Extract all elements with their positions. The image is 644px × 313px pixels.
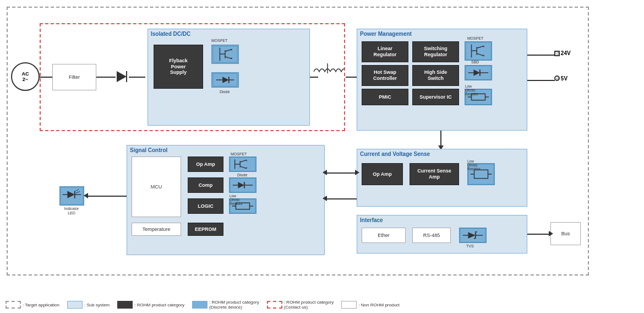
diode-label-dcdc: Diode	[220, 90, 230, 94]
signal-control-box: Signal Control MCU Temperature Op Amp Co…	[127, 145, 325, 255]
hot-swap-label: Hot SwapController	[373, 69, 397, 82]
arrow-head-left-sc2	[323, 196, 327, 201]
legend-symbol-rohm-contact	[267, 301, 282, 309]
legend-container: : Target application : Sub system : ROHM…	[6, 300, 400, 310]
flyback-label: FlybackPowerSupply	[169, 58, 188, 75]
arrow-pm-cvs-v	[440, 131, 441, 147]
ac-input: AC 2~	[11, 62, 40, 91]
filter-label: Filter	[69, 74, 80, 80]
interface-box: Interface Ether RS-485 TVS	[357, 215, 527, 253]
legend-item-non-rohm: : Non ROHM product	[341, 301, 400, 309]
interface-title: Interface	[357, 215, 527, 225]
legend-symbol-subsystem	[67, 301, 83, 309]
op-amp-cvs-label: Op Amp	[373, 171, 392, 177]
current-sense-block: Current SenseAmp	[410, 163, 459, 185]
high-side-block: High SideSwitch	[412, 65, 459, 86]
arrow-mcu-led-h	[85, 196, 127, 197]
sbd-icon-pm	[465, 65, 492, 80]
linear-regulator-block: LinearRegulator	[362, 41, 408, 62]
svg-marker-0	[117, 71, 127, 82]
arrow-head-left-led	[84, 193, 88, 198]
supervisor-ic-label: Supervisor IC	[419, 94, 452, 100]
logic-sc-block: LOGIC	[188, 198, 223, 214]
diagram-container: AC 2~ Filter Isolated DC/DC FlybackPower…	[0, 0, 644, 313]
flyback-block: FlybackPowerSupply	[154, 45, 203, 89]
mosfet-icon-sc	[229, 156, 256, 172]
legend-item-target: : Target application	[6, 301, 59, 309]
indicator-led-label: IndicatorLED	[55, 207, 88, 215]
transformer-symbol	[311, 58, 344, 74]
legend-label-subsystem: : Sub system	[84, 303, 110, 307]
current-sense-label: Current SenseAmp	[417, 168, 451, 180]
mosfet-label-pm: MOSFET	[467, 36, 483, 40]
eeprom-sc-block: EEPROM	[188, 223, 223, 236]
comp-sc-label: Comp	[199, 182, 213, 188]
arrow-head-right-cvs	[355, 170, 359, 175]
legend-label-rohm-dark: : ROHM product category	[134, 303, 184, 307]
arrow-dcdc-trans	[310, 77, 318, 78]
rs485-label: RS-485	[423, 233, 440, 238]
logic-sc-label: LOGIC	[198, 203, 214, 209]
switching-regulator-label: Switching Regulator	[413, 46, 459, 58]
output-24v-label: ○ 24V	[556, 50, 571, 56]
diode-icon-dcdc	[211, 72, 239, 88]
legend-item-rohm-med: : ROHM product category(Discrete device)	[192, 300, 259, 310]
arrow-pm-24v-h	[527, 55, 555, 56]
diode-symbol	[116, 70, 129, 83]
legend-item-rohm-dark: : ROHM product category	[117, 301, 184, 309]
arrow-iface-bus-h	[527, 234, 550, 235]
arrow-pm-5v-h	[527, 80, 555, 81]
arrow-trans-pm	[346, 77, 357, 78]
arrow-sc-iface-h	[325, 198, 357, 199]
legend-label-rohm-contact: : ROHM product category(Contact us)	[284, 300, 334, 310]
filter-block: Filter	[52, 64, 96, 90]
arrow-filter-diode	[96, 77, 116, 78]
linear-regulator-label: LinearRegulator	[373, 46, 396, 58]
mosfet-icon-pm	[465, 41, 492, 61]
arrow-head-left-sc	[323, 170, 327, 175]
mosfet-label-sc: MOSFET	[231, 152, 247, 156]
resistor-label-sc: LowOhmicResistor	[230, 194, 243, 206]
svg-rect-16	[466, 42, 491, 60]
temperature-block: Temperature	[132, 223, 181, 236]
mcu-block: MCU	[132, 156, 181, 217]
bus-label: Bus	[561, 231, 570, 236]
legend-symbol-non-rohm	[341, 301, 357, 309]
op-amp-cvs-block: Op Amp	[362, 163, 403, 185]
switching-regulator-block: Switching Regulator	[412, 41, 459, 62]
op-amp-sc-block: Op Amp	[188, 156, 223, 172]
op-amp-sc-label: Op Amp	[196, 161, 215, 168]
bus-block: Bus	[550, 222, 581, 245]
svg-line-57	[476, 231, 477, 232]
diode-label-sc: Diode	[237, 173, 247, 177]
diode-icon-sc	[229, 177, 256, 193]
cvs-box: Current and Voltage Sense Op Amp Current…	[357, 149, 527, 207]
mosfet-label-dcdc: MOSFET	[211, 39, 227, 42]
arrow-ac-filter	[40, 77, 52, 78]
tvs-icon	[459, 228, 487, 243]
ac-tilde: 2~	[23, 77, 28, 82]
output-5v-label: ○ 5V	[556, 75, 567, 82]
legend-symbol-rohm-dark	[117, 301, 133, 309]
isolated-dcdc-title: Isolated DC/DC	[148, 29, 309, 39]
isolated-dcdc-box: Isolated DC/DC FlybackPowerSupply MOSFET	[148, 29, 310, 126]
resistor-label-cvs: LowOhmicResistor	[467, 159, 481, 171]
power-management-title: Power Management	[357, 29, 527, 39]
ac-label: AC	[22, 71, 29, 77]
legend-symbol-target	[6, 301, 21, 309]
rs485-block: RS-485	[412, 228, 451, 243]
arrow-diode-flyback	[129, 77, 145, 78]
comp-sc-block: Comp	[188, 177, 223, 193]
power-management-box: Power Management LinearRegulator Switchi…	[357, 29, 527, 131]
legend-item-subsystem: : Sub system	[67, 301, 110, 309]
signal-control-title: Signal Control	[127, 145, 324, 155]
legend-label-rohm-med: : ROHM product category(Discrete device)	[209, 300, 259, 310]
arrow-head-right-bus	[549, 231, 553, 236]
tvs-label: TVS	[466, 244, 474, 248]
eeprom-sc-label: EEPROM	[195, 226, 216, 233]
legend-label-target: : Target application	[23, 303, 59, 307]
resistor-label-pm: LowOhmicResistor	[465, 84, 478, 96]
hot-swap-block: Hot SwapController	[362, 65, 408, 86]
high-side-label: High SideSwitch	[424, 69, 447, 82]
supervisor-ic-block: Supervisor IC	[412, 89, 459, 105]
